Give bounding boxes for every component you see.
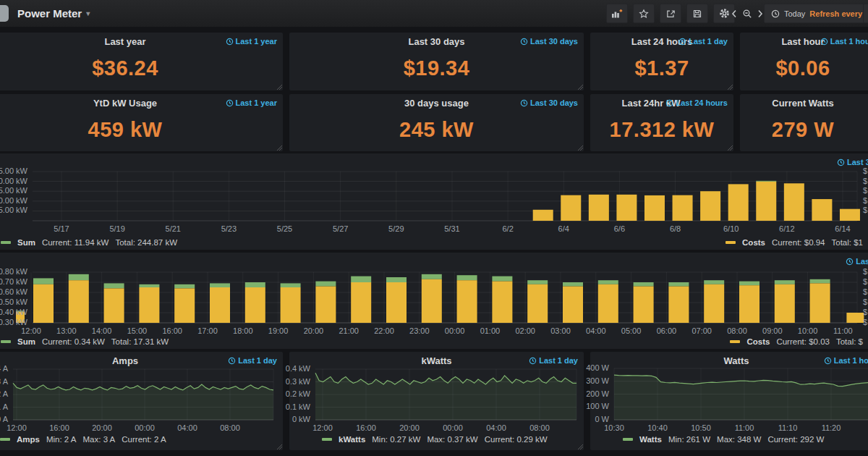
x-tick-label: 03:00 — [546, 326, 575, 335]
y-tick-label: 0.30 kW — [0, 318, 27, 326]
legend-series-label[interactable]: Sum — [17, 238, 35, 247]
panel-resize-handle[interactable] — [727, 84, 733, 90]
legend-series-label[interactable]: Costs — [746, 337, 770, 346]
stat-value: $1.37 — [590, 56, 733, 80]
time-range-label: Today — [784, 9, 805, 18]
legend-amps: Amps Min: 2 A Max: 3 A Current: 2 A — [0, 435, 166, 444]
y-tick-label: 400 W — [586, 363, 609, 372]
x-tick-label: 6/6 — [605, 224, 634, 233]
y-tick-label: 0.60 kW — [0, 287, 27, 296]
x-tick-label: 5/17 — [47, 224, 76, 233]
time-override-badge: Last 1 hour — [820, 37, 868, 46]
x-tick-label: 12:00 — [17, 326, 46, 335]
x-tick-label: 08:00 — [525, 423, 554, 432]
x-tick-label: 20:00 — [299, 326, 328, 335]
y-tick-label: 100 W — [586, 402, 609, 410]
chart-canvas[interactable] — [0, 153, 868, 250]
legend-current: Current: $0.03 — [776, 337, 830, 346]
y-tick-label: 0 A — [0, 415, 8, 423]
x-tick-label: 17:00 — [193, 326, 222, 335]
panel-resize-handle[interactable] — [727, 145, 733, 151]
panel-hourly-usage-chart: Last 1 day 12:0013:0014:0015:0016:0017:0… — [0, 253, 868, 349]
x-tick-label: 05:00 — [617, 326, 646, 335]
x-tick-label: 6/12 — [773, 224, 801, 233]
legend-min: Min: 261 W — [668, 435, 710, 444]
time-override-badge: Last 1 day — [678, 37, 728, 46]
y-tick-label: 5.00 kW — [0, 206, 27, 214]
x-tick-label: 00:00 — [441, 326, 469, 335]
y-tick-label: 0.50 kW — [0, 297, 27, 306]
legend-min: Min: 2 A — [46, 435, 77, 444]
y-tick-label: 4 A — [0, 364, 8, 373]
x-tick-label: 04:00 — [582, 326, 610, 335]
clock-icon — [665, 99, 673, 107]
x-tick-label: 5/21 — [158, 224, 187, 233]
panel-resize-handle[interactable] — [276, 145, 282, 151]
y2-tick-label: $ — [863, 177, 867, 185]
x-tick-label: 12:00 — [2, 423, 31, 432]
y-tick-label: 0.70 kW — [0, 277, 27, 286]
panel-kwatts-chart: kWatts Last 1 day 12:0016:0020:0000:0004… — [289, 352, 584, 450]
legend-series-label[interactable]: Watts — [639, 435, 662, 444]
navbar: Power Meter ▾ — [0, 0, 868, 27]
clock-icon — [226, 38, 234, 46]
grafana-logo[interactable] — [0, 5, 9, 22]
legend-sum: Sum Current: 11.94 kW Total: 244.87 kW — [1, 238, 177, 247]
y-tick-label: 2 A — [0, 389, 8, 398]
stat-panel-current-watts: Current Watts 279 W — [740, 94, 868, 151]
dashboard-title-dropdown[interactable]: Power Meter ▾ — [17, 0, 90, 27]
x-tick-label: 5/27 — [326, 224, 355, 233]
stat-panel-30-days-usage: 30 days usage Last 30 days 245 kW — [289, 94, 584, 151]
x-tick-label: 00:00 — [438, 423, 467, 432]
hourly-usage-plot: 12:0013:0014:0015:0016:0017:0018:0019:00… — [0, 253, 868, 349]
x-tick-label: 5/23 — [214, 224, 243, 233]
legend-marker — [623, 438, 633, 441]
legend-current: Current: 2 A — [122, 435, 166, 444]
x-tick-label: 09:00 — [758, 326, 787, 335]
panel-watts-chart: Watts Last 1 hour 10:3010:4010:5011:0011… — [590, 352, 868, 450]
y-tick-label: 10.00 kW — [0, 196, 27, 205]
x-tick-label: 16:00 — [158, 326, 187, 335]
panel-resize-handle[interactable] — [276, 84, 282, 90]
panel-title[interactable]: Current Watts — [727, 98, 868, 109]
dashboard-title: Power Meter — [17, 7, 82, 20]
y-tick-label: 0 kW — [292, 415, 310, 423]
x-tick-label: 01:00 — [475, 326, 504, 335]
save-button[interactable] — [686, 4, 708, 23]
legend-watts: Watts Min: 261 W Max: 348 W Current: 292… — [623, 435, 824, 444]
legend-max: Max: 0.37 kW — [427, 435, 477, 444]
panel-resize-handle[interactable] — [577, 145, 583, 151]
panel-resize-handle[interactable] — [577, 84, 583, 90]
x-tick-label: 04:00 — [482, 423, 511, 432]
x-tick-label: 21:00 — [334, 326, 363, 335]
x-tick-label: 12:00 — [308, 423, 337, 432]
x-tick-label: 5/29 — [382, 224, 411, 233]
legend-series-label[interactable]: kWatts — [339, 435, 365, 444]
refresh-interval-label: Refresh every 5m — [809, 9, 868, 18]
star-button[interactable] — [633, 4, 655, 23]
legend-marker — [726, 241, 736, 244]
x-tick-label: 11:00 — [828, 326, 857, 335]
panel-resize-handle[interactable] — [577, 444, 583, 449]
x-tick-label: 16:00 — [45, 423, 74, 432]
x-tick-label: 14:00 — [88, 326, 116, 335]
stat-value: $36.24 — [0, 56, 283, 80]
legend-series-label[interactable]: Costs — [742, 238, 765, 247]
y-tick-label: 0 W — [595, 415, 609, 423]
edge-cut-button[interactable] — [863, 4, 868, 23]
legend-current: Current: 0.34 kW — [42, 337, 105, 346]
clock-icon — [678, 38, 686, 46]
add-panel-button[interactable] — [606, 4, 628, 23]
legend-marker — [1, 340, 11, 343]
legend-max: Max: 3 A — [83, 435, 116, 444]
share-button[interactable] — [660, 4, 681, 23]
y-tick-label: 20.00 kW — [0, 177, 27, 185]
panel-resize-handle[interactable] — [276, 444, 282, 449]
panel-amps-chart: Amps Last 1 day 12:0016:0020:0000:0004:0… — [0, 352, 283, 450]
time-picker-button[interactable]: Today Refresh every 5m — [764, 4, 868, 23]
legend-series-label[interactable]: Amps — [17, 435, 40, 444]
legend-series-label[interactable]: Sum — [17, 337, 35, 346]
legend-marker — [0, 438, 10, 441]
x-tick-label: 15:00 — [122, 326, 151, 335]
clock-icon — [520, 99, 528, 107]
